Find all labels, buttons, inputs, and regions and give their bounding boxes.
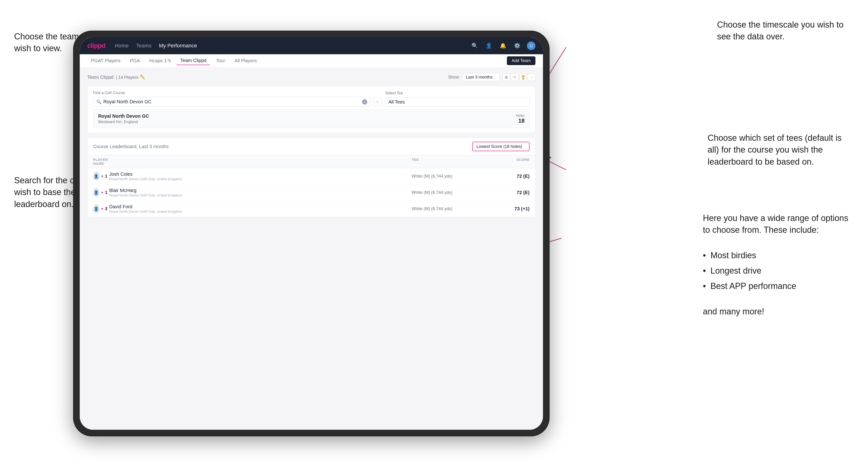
- notification-icon[interactable]: 🔔: [499, 41, 507, 50]
- rank-3: 3: [105, 206, 107, 211]
- player-avatar-1: 👤: [93, 172, 99, 181]
- trophy-view-button[interactable]: 🏆: [519, 73, 527, 81]
- course-result[interactable]: Royal North Devon GC Westward Ho!, Engla…: [93, 110, 530, 128]
- rank-1: 1: [105, 174, 107, 179]
- score-cell-2: 72 (E): [483, 190, 530, 195]
- option-app: Best APP performance: [703, 279, 849, 294]
- find-course-label: Find a Golf Course: [93, 91, 382, 95]
- tab-pgat-players[interactable]: PGAT Players: [87, 57, 124, 65]
- select-tee-label: Select Tee: [385, 91, 530, 95]
- nav-logo: clippd: [87, 42, 105, 50]
- top-nav: clippd Home Teams My Performance 🔍 👤 🔔 ⚙…: [80, 37, 543, 54]
- tab-hcaps[interactable]: Hcaps 1-5: [146, 57, 175, 65]
- holes-label: Holes: [516, 114, 525, 118]
- sub-nav: PGAT Players PGA Hcaps 1-5 Team Clippd T…: [80, 54, 543, 67]
- tab-team-clippd[interactable]: Team Clippd: [177, 56, 210, 65]
- tab-all-players[interactable]: All Players: [231, 57, 260, 65]
- player-cell-2: Blair McHarg Royal North Devon Golf Club…: [107, 188, 412, 197]
- rank-cell-1: 👤 ♥ 1: [93, 172, 107, 181]
- nav-links: Home Teams My Performance: [115, 43, 470, 49]
- heart-icon-3: ♥: [101, 207, 103, 211]
- leaderboard-card: Course Leaderboard, Last 3 months Lowest…: [87, 138, 535, 217]
- player-cell-3: David Ford Royal North Devon Golf Club, …: [107, 204, 412, 214]
- search-icon-small: 🔍: [96, 99, 101, 104]
- score-cell-3: 73 (+1): [483, 206, 530, 212]
- user-avatar[interactable]: U: [527, 41, 535, 50]
- holes-number: 18: [516, 118, 525, 124]
- people-icon[interactable]: 👤: [485, 41, 493, 50]
- svg-line-6: [547, 160, 566, 170]
- team-title-group: Team Clippd | 14 Players ✏️: [87, 74, 145, 80]
- nav-home[interactable]: Home: [115, 43, 129, 49]
- and-more-text: and many more!: [703, 307, 764, 316]
- options-list: Most birdies Longest drive Best APP perf…: [703, 248, 849, 294]
- team-title: Team Clippd | 14 Players: [87, 74, 138, 80]
- rank-cell-3: 👤 ♥ 3: [93, 205, 107, 213]
- course-info: Royal North Devon GC Westward Ho!, Engla…: [98, 114, 149, 124]
- player-name-3: David Ford: [109, 204, 412, 210]
- player-avatar-3: 👤: [93, 205, 99, 213]
- course-name: Royal North Devon GC: [98, 114, 149, 119]
- player-club-2: Royal North Devon Golf Club, United King…: [109, 193, 412, 197]
- favourite-button[interactable]: ☆: [373, 98, 382, 106]
- tab-tour[interactable]: Tour: [212, 57, 229, 65]
- download-button[interactable]: ↓: [528, 73, 535, 81]
- option-birdies: Most birdies: [703, 248, 849, 263]
- table-row: 👤 ♥ 1 Blair McHarg Royal North Devon Gol…: [88, 184, 535, 201]
- score-cell-1: 72 (E): [483, 174, 530, 179]
- course-search-input[interactable]: [103, 99, 360, 104]
- search-card: Find a Golf Course 🔍 × ☆: [87, 86, 535, 133]
- col-tee: TEE: [412, 158, 483, 165]
- settings-icon[interactable]: ⚙️: [513, 41, 521, 50]
- player-club-3: Royal North Devon Golf Club, United King…: [109, 210, 412, 214]
- clear-search-button[interactable]: ×: [362, 99, 367, 104]
- annotation-options: Here you have a wide range of options to…: [703, 212, 849, 317]
- show-dropdown[interactable]: Last 3 months: [463, 73, 500, 81]
- table-header: PLAYER NAME TEE SCORE: [88, 155, 535, 168]
- show-controls: Show: Last 3 months ⊞ ≡ 🏆 ↓: [448, 73, 535, 81]
- show-label: Show:: [448, 75, 460, 80]
- sub-nav-tabs: PGAT Players PGA Hcaps 1-5 Team Clippd T…: [87, 56, 261, 65]
- tee-cell-3: White (M) (6,744 yds): [412, 206, 483, 211]
- tee-select-group: Select Tee All Tees: [385, 91, 530, 106]
- leaderboard-title: Course Leaderboard, Last 3 months: [93, 144, 168, 149]
- search-row: Find a Golf Course 🔍 × ☆: [93, 91, 530, 106]
- nav-my-performance[interactable]: My Performance: [159, 43, 197, 49]
- ipad-screen: clippd Home Teams My Performance 🔍 👤 🔔 ⚙…: [80, 37, 543, 430]
- nav-icons: 🔍 👤 🔔 ⚙️ U: [470, 41, 535, 50]
- table-row: 👤 ♥ 1 Josh Coles Royal North Devon Golf …: [88, 168, 535, 184]
- search-input-wrapper: 🔍 ×: [93, 97, 370, 106]
- search-icon[interactable]: 🔍: [470, 41, 479, 50]
- score-type-wrapper: Lowest Score (18 holes): [472, 142, 530, 151]
- tee-cell-2: White (M) (6,744 yds): [412, 190, 483, 195]
- leaderboard-header: Course Leaderboard, Last 3 months Lowest…: [88, 138, 535, 155]
- team-header: Team Clippd | 14 Players ✏️ Show: Last 3…: [87, 73, 535, 81]
- course-location: Westward Ho!, England: [98, 120, 149, 124]
- leaderboard-table: PLAYER NAME TEE SCORE 👤 ♥ 1: [88, 155, 535, 217]
- annotation-tees: Choose which set of tees (default is all…: [708, 132, 849, 168]
- search-group: Find a Golf Course 🔍 × ☆: [93, 91, 382, 106]
- rank-2: 1: [105, 190, 107, 195]
- add-team-button[interactable]: Add Team: [507, 56, 535, 65]
- player-cell-1: Josh Coles Royal North Devon Golf Club, …: [107, 172, 412, 181]
- ipad-device: clippd Home Teams My Performance 🔍 👤 🔔 ⚙…: [73, 31, 550, 436]
- table-row: 👤 ♥ 3 David Ford Royal North Devon Golf …: [88, 201, 535, 217]
- list-view-button[interactable]: ≡: [511, 73, 519, 81]
- rank-cell-2: 👤 ♥ 1: [93, 188, 107, 197]
- player-name-1: Josh Coles: [109, 172, 412, 177]
- player-avatar-2: 👤: [93, 188, 99, 197]
- app-container: clippd Home Teams My Performance 🔍 👤 🔔 ⚙…: [80, 37, 543, 430]
- player-name-2: Blair McHarg: [109, 188, 412, 193]
- tee-select-dropdown[interactable]: All Tees: [385, 97, 530, 106]
- tab-pga[interactable]: PGA: [126, 57, 144, 65]
- tee-cell-1: White (M) (6,744 yds): [412, 174, 483, 179]
- holes-badge: Holes 18: [516, 114, 525, 124]
- heart-icon-2: ♥: [101, 191, 103, 194]
- player-club-1: Royal North Devon Golf Club, United King…: [109, 177, 412, 181]
- score-type-dropdown[interactable]: Lowest Score (18 holes): [472, 142, 530, 151]
- grid-view-button[interactable]: ⊞: [502, 73, 510, 81]
- option-drive: Longest drive: [703, 263, 849, 279]
- nav-teams[interactable]: Teams: [136, 43, 151, 49]
- col-player-info: [107, 158, 412, 165]
- edit-icon[interactable]: ✏️: [140, 74, 145, 80]
